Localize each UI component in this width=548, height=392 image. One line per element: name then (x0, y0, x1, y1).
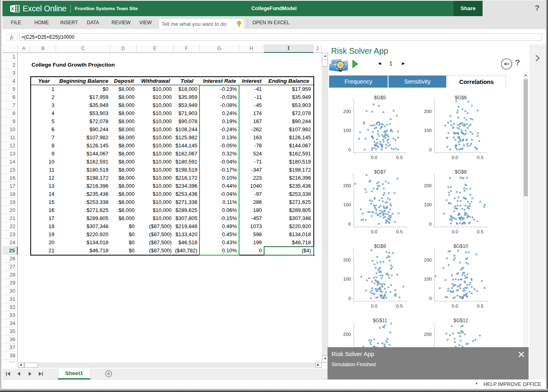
svg-text:$G$9: $G$9 (374, 243, 386, 249)
svg-text:200: 200 (343, 109, 351, 114)
svg-text:200: 200 (424, 109, 432, 114)
svg-text:200: 200 (424, 183, 432, 188)
svg-text:0.0: 0.0 (451, 155, 458, 160)
svg-text:0: 0 (349, 222, 351, 226)
svg-text:200: 200 (424, 332, 432, 337)
svg-text:$G$8: $G$8 (455, 169, 467, 175)
svg-text:200: 200 (343, 332, 351, 337)
svg-text:$G$11: $G$11 (373, 318, 387, 323)
svg-text:X: X (11, 6, 14, 11)
svg-text:200: 200 (424, 258, 432, 262)
svg-text:0.5: 0.5 (477, 304, 483, 308)
svg-text:0: 0 (349, 296, 351, 301)
svg-text:0.5: 0.5 (396, 229, 403, 234)
svg-text:0.5: 0.5 (477, 155, 483, 160)
svg-text:0.5: 0.5 (477, 229, 483, 234)
svg-text:0.0: 0.0 (451, 304, 458, 308)
svg-text:$G$12: $G$12 (454, 318, 468, 323)
svg-text:100: 100 (424, 128, 432, 133)
svg-text:100: 100 (424, 277, 432, 281)
svg-text:0.0: 0.0 (451, 229, 458, 234)
svg-text:0: 0 (349, 147, 351, 152)
svg-text:200: 200 (343, 183, 351, 188)
svg-text:0.0: 0.0 (371, 229, 377, 234)
svg-text:$G$7: $G$7 (374, 169, 386, 175)
svg-text:$G$6: $G$6 (455, 95, 467, 101)
svg-text:$G$10: $G$10 (454, 243, 468, 249)
svg-text:0.0: 0.0 (371, 304, 377, 308)
svg-text:200: 200 (343, 258, 351, 262)
svg-text:0.5: 0.5 (396, 155, 403, 160)
svg-text:0: 0 (429, 147, 432, 152)
svg-text:0: 0 (429, 222, 432, 226)
svg-text:100: 100 (343, 277, 351, 281)
svg-text:0.5: 0.5 (396, 304, 403, 308)
svg-text:100: 100 (343, 128, 351, 133)
svg-text:100: 100 (424, 202, 432, 207)
svg-text:0: 0 (429, 296, 432, 301)
svg-text:0.0: 0.0 (371, 155, 377, 160)
svg-text:$G$5: $G$5 (374, 95, 386, 101)
svg-text:100: 100 (343, 202, 351, 207)
